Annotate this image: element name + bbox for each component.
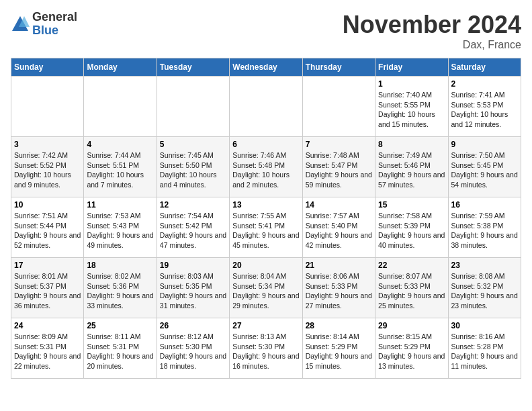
day-info: Sunrise: 8:15 AM Sunset: 5:29 PM Dayligh… [378, 332, 445, 371]
day-number: 2 [451, 79, 518, 89]
calendar-cell: 24Sunrise: 8:09 AM Sunset: 5:31 PM Dayli… [11, 318, 84, 379]
day-number: 28 [306, 321, 372, 330]
calendar-cell [84, 77, 157, 137]
day-info: Sunrise: 7:48 AM Sunset: 5:47 PM Dayligh… [306, 150, 372, 190]
day-number: 17 [14, 261, 81, 270]
calendar-table: SundayMondayTuesdayWednesdayThursdayFrid… [11, 58, 521, 379]
calendar-cell: 21Sunrise: 8:06 AM Sunset: 5:33 PM Dayli… [302, 258, 375, 318]
weekday-header-tuesday: Tuesday [157, 58, 229, 77]
calendar-cell: 23Sunrise: 8:08 AM Sunset: 5:32 PM Dayli… [448, 258, 521, 318]
logo-general-text: General [32, 11, 77, 24]
day-info: Sunrise: 8:07 AM Sunset: 5:33 PM Dayligh… [378, 271, 445, 311]
day-info: Sunrise: 7:46 AM Sunset: 5:48 PM Dayligh… [232, 150, 299, 190]
day-info: Sunrise: 8:16 AM Sunset: 5:28 PM Dayligh… [451, 332, 518, 371]
calendar-cell: 25Sunrise: 8:11 AM Sunset: 5:31 PM Dayli… [84, 318, 157, 379]
day-info: Sunrise: 8:12 AM Sunset: 5:30 PM Dayligh… [160, 332, 226, 371]
calendar-cell [157, 77, 229, 137]
calendar-cell: 5Sunrise: 7:45 AM Sunset: 5:50 PM Daylig… [157, 137, 229, 197]
day-number: 20 [232, 261, 299, 270]
calendar-cell: 8Sunrise: 7:49 AM Sunset: 5:46 PM Daylig… [375, 137, 448, 197]
calendar-week-1: 1Sunrise: 7:40 AM Sunset: 5:55 PM Daylig… [11, 77, 521, 137]
calendar-cell: 1Sunrise: 7:40 AM Sunset: 5:55 PM Daylig… [375, 77, 448, 137]
day-info: Sunrise: 8:01 AM Sunset: 5:37 PM Dayligh… [14, 271, 81, 311]
calendar-cell: 15Sunrise: 7:58 AM Sunset: 5:39 PM Dayli… [375, 197, 448, 258]
calendar-cell [302, 77, 375, 137]
calendar-cell: 11Sunrise: 7:53 AM Sunset: 5:43 PM Dayli… [84, 197, 157, 258]
day-number: 8 [378, 140, 445, 149]
day-number: 19 [160, 261, 226, 270]
day-number: 21 [306, 261, 372, 270]
day-info: Sunrise: 8:09 AM Sunset: 5:31 PM Dayligh… [14, 332, 81, 371]
calendar-cell: 6Sunrise: 7:46 AM Sunset: 5:48 PM Daylig… [230, 137, 302, 197]
day-number: 12 [160, 200, 226, 210]
day-number: 15 [378, 200, 445, 210]
logo-icon [11, 15, 30, 34]
day-info: Sunrise: 8:03 AM Sunset: 5:35 PM Dayligh… [160, 271, 226, 311]
weekday-header-thursday: Thursday [302, 58, 375, 77]
day-number: 14 [306, 200, 372, 210]
day-info: Sunrise: 7:58 AM Sunset: 5:39 PM Dayligh… [378, 211, 445, 250]
day-info: Sunrise: 7:57 AM Sunset: 5:40 PM Dayligh… [306, 211, 372, 250]
day-number: 23 [451, 261, 518, 270]
calendar-week-4: 17Sunrise: 8:01 AM Sunset: 5:37 PM Dayli… [11, 258, 521, 318]
day-info: Sunrise: 7:41 AM Sunset: 5:53 PM Dayligh… [451, 90, 518, 130]
day-info: Sunrise: 8:04 AM Sunset: 5:34 PM Dayligh… [232, 271, 299, 311]
day-info: Sunrise: 8:13 AM Sunset: 5:30 PM Dayligh… [232, 332, 299, 371]
day-number: 29 [378, 321, 445, 330]
day-info: Sunrise: 8:14 AM Sunset: 5:29 PM Dayligh… [306, 332, 372, 371]
calendar-cell: 20Sunrise: 8:04 AM Sunset: 5:34 PM Dayli… [230, 258, 302, 318]
day-number: 16 [451, 200, 518, 210]
weekday-header-saturday: Saturday [448, 58, 521, 77]
weekday-header-wednesday: Wednesday [230, 58, 302, 77]
day-number: 30 [451, 321, 518, 330]
day-info: Sunrise: 7:42 AM Sunset: 5:52 PM Dayligh… [14, 150, 81, 190]
calendar-cell: 2Sunrise: 7:41 AM Sunset: 5:53 PM Daylig… [448, 77, 521, 137]
calendar-cell [230, 77, 302, 137]
calendar-cell: 18Sunrise: 8:02 AM Sunset: 5:36 PM Dayli… [84, 258, 157, 318]
day-number: 27 [232, 321, 299, 330]
calendar-cell: 17Sunrise: 8:01 AM Sunset: 5:37 PM Dayli… [11, 258, 84, 318]
calendar-cell: 29Sunrise: 8:15 AM Sunset: 5:29 PM Dayli… [375, 318, 448, 379]
day-number: 18 [87, 261, 153, 270]
day-number: 1 [378, 79, 445, 89]
day-number: 7 [306, 140, 372, 149]
day-info: Sunrise: 7:51 AM Sunset: 5:44 PM Dayligh… [14, 211, 81, 250]
day-number: 3 [14, 140, 81, 149]
calendar-cell: 19Sunrise: 8:03 AM Sunset: 5:35 PM Dayli… [157, 258, 229, 318]
calendar-cell: 9Sunrise: 7:50 AM Sunset: 5:45 PM Daylig… [448, 137, 521, 197]
day-number: 13 [232, 200, 299, 210]
logo: General Blue [11, 11, 77, 38]
day-number: 9 [451, 140, 518, 149]
calendar-cell: 14Sunrise: 7:57 AM Sunset: 5:40 PM Dayli… [302, 197, 375, 258]
day-number: 26 [160, 321, 226, 330]
logo-blue-text: Blue [32, 24, 77, 38]
calendar-cell: 28Sunrise: 8:14 AM Sunset: 5:29 PM Dayli… [302, 318, 375, 379]
day-number: 10 [14, 200, 81, 210]
title-area: November 2024 Dax, France [343, 11, 521, 51]
day-info: Sunrise: 7:59 AM Sunset: 5:38 PM Dayligh… [451, 211, 518, 250]
calendar-cell: 27Sunrise: 8:13 AM Sunset: 5:30 PM Dayli… [230, 318, 302, 379]
day-info: Sunrise: 7:49 AM Sunset: 5:46 PM Dayligh… [378, 150, 445, 190]
day-number: 25 [87, 321, 153, 330]
month-title: November 2024 [343, 11, 521, 39]
day-info: Sunrise: 8:02 AM Sunset: 5:36 PM Dayligh… [87, 271, 153, 311]
header: General Blue November 2024 Dax, France [11, 11, 521, 51]
calendar-cell: 22Sunrise: 8:07 AM Sunset: 5:33 PM Dayli… [375, 258, 448, 318]
day-info: Sunrise: 7:53 AM Sunset: 5:43 PM Dayligh… [87, 211, 153, 250]
calendar-cell [11, 77, 84, 137]
day-number: 22 [378, 261, 445, 270]
calendar-cell: 10Sunrise: 7:51 AM Sunset: 5:44 PM Dayli… [11, 197, 84, 258]
day-info: Sunrise: 7:54 AM Sunset: 5:42 PM Dayligh… [160, 211, 226, 250]
day-info: Sunrise: 8:08 AM Sunset: 5:32 PM Dayligh… [451, 271, 518, 311]
day-number: 4 [87, 140, 153, 149]
logo-text: General Blue [32, 11, 77, 38]
weekday-header-row: SundayMondayTuesdayWednesdayThursdayFrid… [11, 58, 521, 77]
calendar-cell: 30Sunrise: 8:16 AM Sunset: 5:28 PM Dayli… [448, 318, 521, 379]
day-number: 5 [160, 140, 226, 149]
day-number: 24 [14, 321, 81, 330]
weekday-header-friday: Friday [375, 58, 448, 77]
day-info: Sunrise: 7:44 AM Sunset: 5:51 PM Dayligh… [87, 150, 153, 190]
location: Dax, France [343, 39, 521, 51]
day-info: Sunrise: 7:50 AM Sunset: 5:45 PM Dayligh… [451, 150, 518, 190]
day-number: 11 [87, 200, 153, 210]
